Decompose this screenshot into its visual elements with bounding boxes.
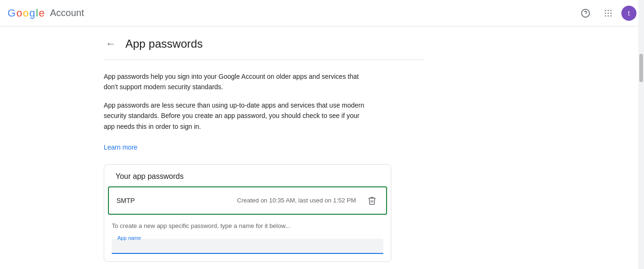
smtp-name: SMTP xyxy=(116,197,135,204)
back-arrow-icon: ← xyxy=(106,38,116,50)
svg-point-5 xyxy=(605,12,606,14)
delete-smtp-button[interactable] xyxy=(365,194,379,207)
apps-button[interactable] xyxy=(599,4,618,23)
header: Google Account t xyxy=(0,0,644,26)
page-title-row: ← App passwords xyxy=(104,36,424,60)
logo-l: l xyxy=(36,7,38,19)
new-app-section: To create a new app specific password, t… xyxy=(104,219,391,261)
header-brand: Account xyxy=(50,8,84,18)
svg-point-10 xyxy=(611,15,612,17)
svg-point-3 xyxy=(608,9,609,11)
svg-point-7 xyxy=(611,12,612,14)
header-left: Google Account xyxy=(8,7,84,19)
card-heading: Your app passwords xyxy=(104,165,391,186)
description: App passwords help you sign into your Go… xyxy=(104,71,368,153)
svg-point-2 xyxy=(605,9,606,11)
scrollbar-thumb xyxy=(639,54,643,82)
logo-o1: o xyxy=(17,7,22,19)
description-1: App passwords help you sign into your Go… xyxy=(104,71,368,92)
logo-e: e xyxy=(39,7,44,19)
trash-icon xyxy=(367,196,377,205)
avatar[interactable]: t xyxy=(621,6,636,21)
content: ← App passwords App passwords help you s… xyxy=(0,26,424,269)
logo-g: G xyxy=(8,7,16,19)
app-name-field: App name xyxy=(112,235,383,254)
app-passwords-card: Your app passwords SMTP Created on 10:35… xyxy=(104,164,391,262)
svg-point-9 xyxy=(608,15,609,17)
logo-o2: o xyxy=(23,7,28,19)
app-name-input[interactable] xyxy=(112,239,383,254)
learn-more-link[interactable]: Learn more xyxy=(104,143,138,151)
help-icon xyxy=(581,8,590,18)
page-title: App passwords xyxy=(125,37,203,50)
description-2: App passwords are less secure than using… xyxy=(104,100,368,153)
smtp-right: Created on 10:35 AM, last used on 1:52 P… xyxy=(237,194,379,207)
svg-point-4 xyxy=(611,9,612,11)
apps-icon xyxy=(603,8,613,18)
smtp-meta: Created on 10:35 AM, last used on 1:52 P… xyxy=(237,197,356,204)
header-right: t xyxy=(576,4,636,23)
smtp-row: SMTP Created on 10:35 AM, last used on 1… xyxy=(108,186,387,215)
svg-point-6 xyxy=(608,12,609,14)
scrollbar[interactable] xyxy=(638,0,644,269)
svg-point-8 xyxy=(605,15,606,17)
help-button[interactable] xyxy=(576,4,595,23)
logo-g2: g xyxy=(29,7,35,19)
google-logo: Google xyxy=(8,7,44,19)
main: ← App passwords App passwords help you s… xyxy=(0,26,644,269)
back-button[interactable]: ← xyxy=(104,36,118,52)
new-app-label: To create a new app specific password, t… xyxy=(112,222,383,229)
app-name-floating-label: App name xyxy=(117,235,141,241)
